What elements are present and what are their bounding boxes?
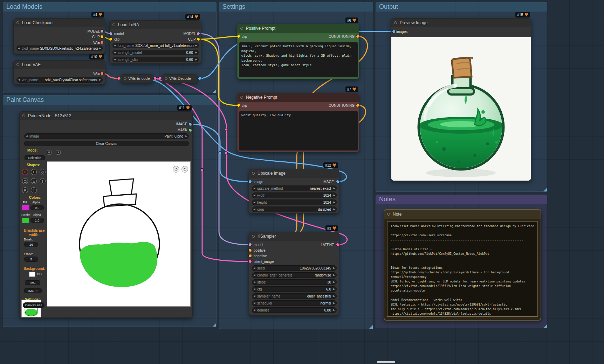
next-value-icon[interactable]	[194, 44, 198, 47]
collapse-dot-icon[interactable]	[22, 114, 25, 117]
increment-icon[interactable]	[332, 267, 336, 270]
strength-model-widget[interactable]: strength_model 0.60	[112, 50, 199, 55]
background-color-swatch[interactable]	[29, 272, 35, 277]
next-value-icon[interactable]	[98, 47, 102, 50]
fill-alpha-field[interactable]: 0.0	[30, 205, 44, 210]
painter-image-widget[interactable]: image Paint_0.png	[24, 133, 189, 139]
increment-icon[interactable]	[332, 288, 336, 290]
next-value-icon[interactable]	[332, 208, 336, 211]
erase-width-field[interactable]: 5	[24, 257, 38, 262]
ckpt-name-widget[interactable]: ckpt_name SDXL\SDXLFaetastic_v24.safeten…	[16, 46, 103, 51]
lora-name-widget[interactable]: lora_name SDXL\xl_more_art-full_v1.safet…	[112, 43, 199, 48]
node-load-lora[interactable]: #14 Load LoRA model clip MODEL CLIP lora…	[109, 20, 201, 64]
fill-color-swatch[interactable]	[22, 205, 29, 210]
node-title-bar[interactable]: VAE Encode	[121, 75, 153, 83]
next-value-icon[interactable]	[332, 295, 336, 298]
node-vae-encode[interactable]: VAE Encode	[121, 74, 153, 83]
shape-rect-button[interactable]: □	[22, 178, 28, 184]
positive-prompt-textarea[interactable]: small, vibrant potion bottle with a glow…	[239, 42, 358, 77]
steps-widget[interactable]: steps 30	[252, 279, 337, 285]
next-value-icon[interactable]	[332, 274, 336, 276]
decrement-icon[interactable]	[252, 194, 256, 197]
scheduler-widget[interactable]: scheduler normal	[252, 300, 337, 306]
collapse-dot-icon[interactable]	[387, 213, 390, 216]
mode-select-button[interactable]: S	[56, 150, 61, 155]
prev-value-icon[interactable]	[113, 44, 117, 47]
vae-name-widget[interactable]: vae_name sdxl_vaeCrystalClear.safetensor…	[16, 77, 103, 83]
increment-icon[interactable]	[332, 281, 336, 284]
node-title-bar[interactable]: Positive Prompt	[238, 24, 359, 33]
decrement-icon[interactable]	[252, 281, 256, 284]
workflow-canvas[interactable]: Load Models Paint Canvas Settings Output…	[0, 0, 604, 364]
collapse-dot-icon[interactable]	[240, 96, 243, 99]
mode-brush-button[interactable]: B	[47, 150, 52, 155]
stroke-alpha-field[interactable]: 1.0	[30, 218, 44, 223]
node-load-checkpoint[interactable]: #4 Load Checkpoint MODEL CLIP VAE ckpt_n…	[13, 18, 105, 54]
node-note[interactable]: Note Icon/Asset Maker Workflow utilizing…	[384, 209, 541, 321]
node-preview-image[interactable]: #15 Preview Image images	[391, 18, 531, 181]
seed-widget[interactable]: seed 1062978528003145	[252, 265, 337, 271]
next-value-icon[interactable]	[332, 302, 336, 304]
increment-icon[interactable]	[332, 309, 336, 312]
increment-icon[interactable]	[332, 201, 336, 204]
shape-triangle-button[interactable]: △	[31, 178, 37, 184]
node-title-bar[interactable]: Load Checkpoint	[14, 19, 105, 27]
node-title-bar[interactable]: PainterNode - 512x512	[20, 112, 192, 120]
node-title-bar[interactable]: Load VAE	[14, 61, 105, 69]
paint-canvas-surface[interactable]	[47, 161, 191, 307]
node-ksampler[interactable]: #3 KSampler model positive negative late…	[249, 232, 339, 316]
node-title-bar[interactable]: Note	[384, 210, 541, 219]
stroke-color-swatch[interactable]	[22, 218, 29, 223]
increment-icon[interactable]	[194, 58, 198, 61]
collapse-dot-icon[interactable]	[16, 21, 19, 24]
increment-icon[interactable]	[332, 194, 336, 197]
prev-value-icon[interactable]	[252, 208, 256, 211]
collapse-dot-icon[interactable]	[252, 172, 255, 175]
collapse-dot-icon[interactable]	[124, 77, 126, 80]
node-load-vae[interactable]: #10 Load VAE VAE vae_name sdxl_vaeCrysta…	[13, 60, 105, 85]
shape-brush-button[interactable]: B	[22, 169, 28, 175]
shape-line-button[interactable]: |	[40, 178, 46, 184]
crop-widget[interactable]: crop disabled	[252, 206, 337, 212]
shape-text-button[interactable]: T	[31, 187, 37, 193]
node-title-bar[interactable]: Upscale Image	[249, 169, 339, 178]
collapse-dot-icon[interactable]	[240, 27, 243, 30]
node-title-bar[interactable]: VAE Decode	[162, 75, 197, 83]
control-after-generate-widget[interactable]: control_after_generate randomize	[252, 272, 337, 278]
decrement-icon[interactable]	[252, 267, 256, 270]
next-value-icon[interactable]	[332, 187, 336, 190]
node-title-bar[interactable]: Negative Prompt	[238, 93, 359, 102]
brush-width-field[interactable]: 26	[24, 242, 38, 247]
node-painter[interactable]: #11 PainterNode - 512x512 IMAGE MASK ima…	[19, 111, 193, 318]
next-value-icon[interactable]	[184, 135, 188, 138]
denoise-widget[interactable]: denoise 0.80	[252, 307, 337, 313]
sampler-name-widget[interactable]: sampler_name euler_ancestral	[252, 293, 337, 299]
canvas-redo-icon[interactable]	[181, 166, 188, 173]
canvas-undo-icon[interactable]	[173, 166, 179, 173]
collapse-dot-icon[interactable]	[394, 21, 397, 24]
shape-erase-button[interactable]: E	[31, 169, 37, 175]
prev-value-icon[interactable]	[252, 274, 256, 276]
upscale-method-widget[interactable]: upscale_method nearest-exact	[252, 186, 337, 191]
next-value-icon[interactable]	[98, 78, 102, 81]
collapse-dot-icon[interactable]	[112, 23, 115, 26]
strength-clip-widget[interactable]: strength_clip 0.60	[112, 57, 199, 62]
height-widget[interactable]: height 1024	[252, 200, 337, 205]
prev-value-icon[interactable]	[17, 47, 21, 50]
prev-value-icon[interactable]	[252, 187, 256, 190]
collapse-dot-icon[interactable]	[16, 63, 19, 66]
decrement-icon[interactable]	[113, 58, 117, 61]
negative-prompt-textarea[interactable]: worst quality, low quality	[239, 111, 358, 150]
node-upscale-image[interactable]: #12 Upscale Image image IMAGE upscale_me…	[249, 169, 339, 214]
img-button[interactable]: IMG	[25, 280, 40, 285]
prev-value-icon[interactable]	[252, 302, 256, 304]
node-title-bar[interactable]: Preview Image	[391, 19, 531, 27]
prev-value-icon[interactable]	[17, 78, 21, 81]
prev-value-icon[interactable]	[252, 295, 256, 298]
decrement-icon[interactable]	[252, 288, 256, 290]
collapse-dot-icon[interactable]	[252, 235, 255, 238]
increment-icon[interactable]	[194, 51, 198, 54]
note-text[interactable]: Icon/Asset Maker Workflow utilizing Pain…	[387, 221, 538, 317]
node-vae-decode[interactable]: VAE Decode	[162, 74, 198, 83]
node-positive-prompt[interactable]: #6 Positive Prompt clip CONDITIONING sma…	[237, 24, 359, 79]
